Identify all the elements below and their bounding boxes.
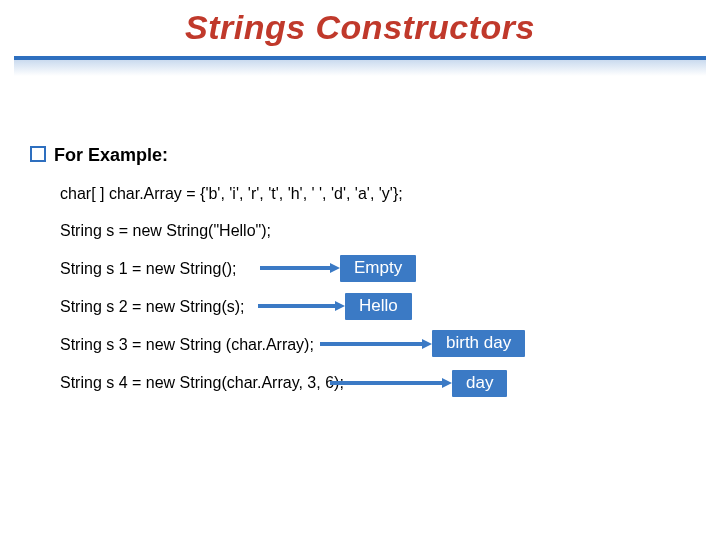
arrow-icon [320, 339, 432, 349]
bullet-heading: For Example: [30, 145, 168, 166]
code-line-6: String s 4 = new String(char.Array, 3, 6… [60, 374, 344, 392]
code-line-3: String s 1 = new String(); [60, 260, 237, 278]
code-line-4: String s 2 = new String(s); [60, 298, 245, 316]
code-line-1: char[ ] char.Array = {'b', 'i', 'r', 't'… [60, 185, 403, 203]
arrow-icon [330, 378, 452, 388]
bullet-icon [30, 146, 46, 162]
annotation-empty: Empty [340, 255, 416, 282]
annotation-birthday: birth day [432, 330, 525, 357]
slide: Strings Constructors For Example: char[ … [0, 0, 720, 540]
code-line-2: String s = new String("Hello"); [60, 222, 271, 240]
annotation-hello: Hello [345, 293, 412, 320]
code-line-5: String s 3 = new String (char.Array); [60, 336, 314, 354]
slide-title: Strings Constructors [0, 8, 720, 47]
title-underline [14, 56, 706, 76]
bullet-text: For Example: [54, 145, 168, 165]
arrow-icon [260, 263, 340, 273]
annotation-day: day [452, 370, 507, 397]
arrow-icon [258, 301, 345, 311]
